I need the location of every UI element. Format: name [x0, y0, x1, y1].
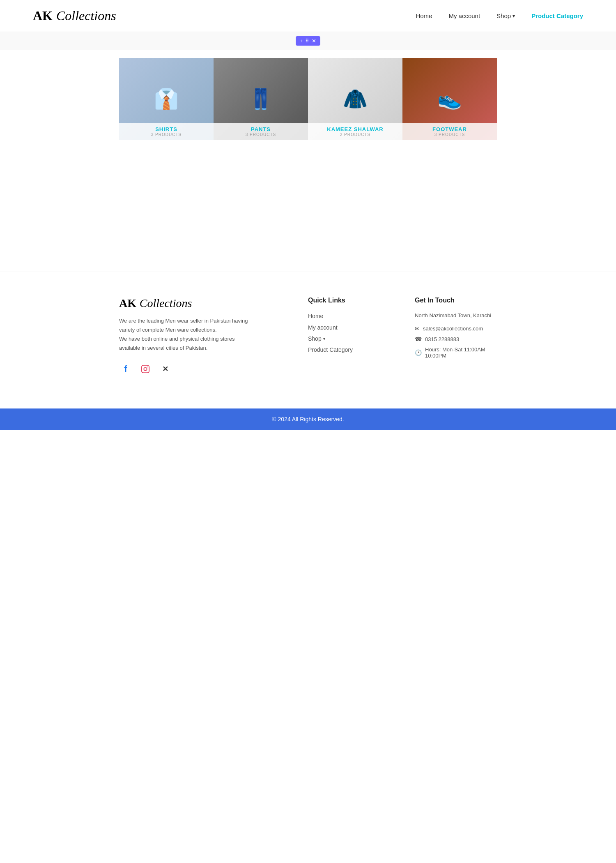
quick-link-item-3: Product Category — [308, 346, 390, 353]
footer-bar: © 2024 All Rights Reserved. — [0, 408, 616, 430]
contact-email[interactable]: sales@akcollections.com — [423, 325, 483, 332]
product-card-shirts[interactable]: 👔 SHIRTS 3 PRODUCTS — [119, 58, 214, 140]
nav-home[interactable]: Home — [416, 12, 432, 19]
product-card-footwear[interactable]: 👟 FOOTWEAR 3 PRODUCTS — [402, 58, 497, 140]
edit-controls-group: + ⠿ ✕ — [296, 36, 321, 46]
footer-contact-col: Get In Touch North Nazimabad Town, Karac… — [415, 297, 497, 376]
svg-point-2 — [147, 367, 148, 367]
copyright-text: © 2024 All Rights Reserved. — [272, 416, 344, 422]
quick-link-item-2: Shop — [308, 335, 390, 342]
product-card-pants[interactable]: 👖 PANTS 3 PRODUCTS — [214, 58, 308, 140]
instagram-icon[interactable] — [139, 362, 152, 376]
footer-brand-col: AK Collections We are the leading Men we… — [119, 297, 283, 376]
cat-name-2: KAMEEZ SHALWAR — [312, 126, 398, 132]
clock-icon: 🕐 — [415, 349, 422, 356]
edit-add-icon[interactable]: + — [300, 38, 303, 44]
quick-link-my-account[interactable]: My account — [308, 324, 338, 331]
cat-name-3: FOOTWEAR — [407, 126, 493, 132]
cat-count-2: 2 PRODUCTS — [312, 132, 398, 137]
product-card-label-0: SHIRTS 3 PRODUCTS — [119, 123, 214, 140]
cat-count-1: 3 PRODUCTS — [218, 132, 304, 137]
main-nav: Home My account Shop Product Category — [416, 12, 583, 19]
site-footer: AK Collections We are the leading Men we… — [0, 272, 616, 392]
phone-icon: ☎ — [415, 336, 422, 342]
svg-point-1 — [144, 368, 147, 371]
footer-logo-collections: Collections — [140, 297, 192, 309]
get-in-touch-title: Get In Touch — [415, 297, 497, 304]
edit-close-icon[interactable]: ✕ — [312, 38, 316, 44]
product-card-label-3: FOOTWEAR 3 PRODUCTS — [402, 123, 497, 140]
footer-desc-line4: available in several cities of Pakistan. — [119, 345, 207, 351]
edit-drag-icon[interactable]: ⠿ — [305, 38, 309, 44]
quick-link-product-category[interactable]: Product Category — [308, 346, 353, 353]
cat-name-1: PANTS — [218, 126, 304, 132]
footer-description: We are the leading Men wear seller in Pa… — [119, 316, 283, 353]
product-category-section: 👔 SHIRTS 3 PRODUCTS 👖 PANTS 3 PRODUCTS 🧥… — [0, 50, 616, 148]
footer-desc-line1: We are the leading Men wear seller in Pa… — [119, 318, 248, 324]
quick-link-item-1: My account — [308, 324, 390, 331]
footer-desc-line3: We have both online and physical clothin… — [119, 336, 235, 342]
footer-grid: AK Collections We are the leading Men we… — [119, 297, 497, 376]
contact-email-row: ✉ sales@akcollections.com — [415, 325, 497, 332]
spacer — [0, 148, 616, 272]
contact-hours-row: 🕐 Hours: Mon-Sat 11:00AM – 10:00PM — [415, 346, 497, 359]
contact-phone: 0315 2288883 — [425, 336, 459, 342]
product-card-label-1: PANTS 3 PRODUCTS — [214, 123, 308, 140]
site-logo[interactable]: AK Collections — [33, 8, 116, 23]
email-icon: ✉ — [415, 325, 420, 332]
product-card-kameez-shalwar[interactable]: 🧥 KAMEEZ SHALWAR 2 PRODUCTS — [308, 58, 402, 140]
footer-social: f ✕ — [119, 362, 283, 376]
contact-phone-row: ☎ 0315 2288883 — [415, 336, 497, 342]
footer-desc-line2: variety of complete Men ware collections… — [119, 327, 217, 333]
cat-name-0: SHIRTS — [123, 126, 209, 132]
product-grid: 👔 SHIRTS 3 PRODUCTS 👖 PANTS 3 PRODUCTS 🧥… — [119, 58, 497, 140]
nav-shop[interactable]: Shop — [496, 12, 515, 19]
contact-info: North Nazimabad Town, Karachi ✉ sales@ak… — [415, 312, 497, 359]
product-card-label-2: KAMEEZ SHALWAR 2 PRODUCTS — [308, 123, 402, 140]
quick-link-home[interactable]: Home — [308, 313, 323, 319]
twitter-icon[interactable]: ✕ — [159, 362, 172, 376]
nav-product-category[interactable]: Product Category — [531, 12, 583, 19]
contact-address: North Nazimabad Town, Karachi — [415, 312, 497, 318]
quick-link-shop[interactable]: Shop — [308, 335, 390, 342]
logo-collections: Collections — [56, 8, 116, 23]
quick-links-title: Quick Links — [308, 297, 390, 304]
site-header: AK Collections Home My account Shop Prod… — [0, 0, 616, 32]
cat-count-0: 3 PRODUCTS — [123, 132, 209, 137]
facebook-icon[interactable]: f — [119, 362, 132, 376]
footer-logo-ak: AK — [119, 297, 136, 309]
quick-links-list: HomeMy accountShopProduct Category — [308, 312, 390, 353]
footer-logo: AK Collections — [119, 297, 283, 310]
cat-count-3: 3 PRODUCTS — [407, 132, 493, 137]
logo-ak: AK — [33, 8, 53, 23]
contact-hours: Hours: Mon-Sat 11:00AM – 10:00PM — [425, 346, 497, 359]
quick-link-item-0: Home — [308, 312, 390, 320]
edit-bar: + ⠿ ✕ — [0, 32, 616, 50]
nav-my-account[interactable]: My account — [448, 12, 480, 19]
svg-rect-0 — [142, 365, 149, 373]
footer-quick-links-col: Quick Links HomeMy accountShopProduct Ca… — [308, 297, 390, 376]
